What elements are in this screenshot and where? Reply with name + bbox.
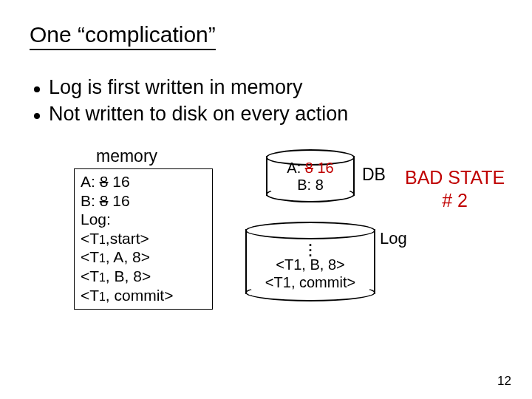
subscript: 1 <box>99 252 106 265</box>
subscript: 1 <box>99 271 106 284</box>
old-value: 8 <box>100 192 109 209</box>
text: <T <box>81 248 99 265</box>
bullet-text: Not written to disk on every action <box>49 100 348 127</box>
memory-log-entry: <T1, B, 8> <box>81 267 206 286</box>
db-cylinder-icon: A: 8 16 B: 8 <box>266 149 355 202</box>
memory-box: A: 8 16 B: 8 16 Log: <T1,start> <T1, A, … <box>74 168 213 310</box>
new-value: 16 <box>313 160 334 176</box>
new-value: 16 <box>108 192 129 209</box>
subscript: 1 <box>99 290 106 303</box>
db-label: DB <box>362 165 386 185</box>
log-label: Log <box>380 229 407 248</box>
log-disk-entry: <T1, B, 8> <box>245 256 375 273</box>
bad-state-line: # 2 <box>405 189 505 212</box>
text: , B, 8> <box>106 267 151 284</box>
text: , commit> <box>106 287 174 304</box>
text: <T <box>81 287 99 304</box>
text: , A, 8> <box>106 248 150 265</box>
memory-label: memory <box>96 146 157 166</box>
log-cylinder-icon: ... <T1, B, 8> <T1, commit> <box>245 222 375 301</box>
text: A: <box>287 160 304 176</box>
bullet-text: Log is first written in memory <box>49 74 303 100</box>
text: <T <box>81 230 99 247</box>
new-value: 16 <box>108 173 129 190</box>
text: <T <box>81 267 99 284</box>
bullet-item: Not written to disk on every action <box>34 100 348 127</box>
db-content: A: 8 16 B: 8 <box>266 160 355 194</box>
log-content: ... <T1, B, 8> <T1, commit> <box>245 239 375 291</box>
memory-line-a: A: 8 16 <box>81 172 206 191</box>
text: B: <box>81 192 100 209</box>
text: A: <box>81 173 100 190</box>
old-value: 8 <box>305 160 313 176</box>
subscript: 1 <box>99 233 106 246</box>
memory-log-entry: <T1, A, 8> <box>81 248 206 267</box>
memory-log-entry: <T1,start> <box>81 229 206 248</box>
text: ,start> <box>106 230 149 247</box>
slide-number: 12 <box>497 374 511 389</box>
db-line-a: A: 8 16 <box>266 160 355 177</box>
vertical-ellipsis-icon: ... <box>245 239 375 256</box>
bullet-dot-icon <box>34 113 40 119</box>
db-line-b: B: 8 <box>266 177 355 194</box>
memory-line-b: B: 8 16 <box>81 191 206 211</box>
log-disk-entry: <T1, commit> <box>245 273 375 291</box>
old-value: 8 <box>100 173 109 190</box>
memory-log-header: Log: <box>81 210 206 229</box>
slide-title: One “complication” <box>30 22 216 50</box>
bullet-item: Log is first written in memory <box>34 74 348 100</box>
bullet-dot-icon <box>34 86 40 92</box>
memory-log-entry: <T1, commit> <box>81 286 206 305</box>
bad-state-line: BAD STATE <box>405 166 505 189</box>
bad-state-callout: BAD STATE # 2 <box>405 166 505 213</box>
bullet-list: Log is first written in memory Not writt… <box>34 74 348 128</box>
